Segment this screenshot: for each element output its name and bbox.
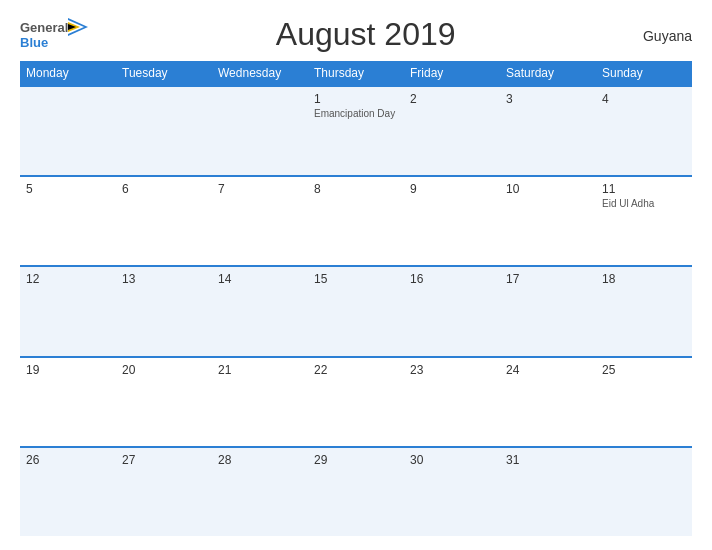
logo: General Blue (20, 18, 88, 49)
cell-w5-tue: 27 (116, 448, 212, 536)
cell-w4-tue: 20 (116, 358, 212, 446)
cell-w1-mon (20, 87, 116, 175)
cell-w1-thu: 1 Emancipation Day (308, 87, 404, 175)
cell-w5-sun (596, 448, 692, 536)
cell-w3-sat: 17 (500, 267, 596, 355)
cell-w3-thu: 15 (308, 267, 404, 355)
cell-w2-mon: 5 (20, 177, 116, 265)
cell-w3-mon: 12 (20, 267, 116, 355)
cell-w5-wed: 28 (212, 448, 308, 536)
calendar-week-2: 5 6 7 8 9 10 11 Eid Ul (20, 175, 692, 265)
logo-blue-text: Blue (20, 36, 48, 49)
cell-w2-fri: 9 (404, 177, 500, 265)
header-tuesday: Tuesday (116, 61, 212, 85)
calendar-week-3: 12 13 14 15 16 17 18 (20, 265, 692, 355)
calendar-header: Monday Tuesday Wednesday Thursday Friday… (20, 61, 692, 85)
calendar-week-4: 19 20 21 22 23 24 25 (20, 356, 692, 446)
header-friday: Friday (404, 61, 500, 85)
cell-w2-wed: 7 (212, 177, 308, 265)
cell-w4-mon: 19 (20, 358, 116, 446)
cell-w5-sat: 31 (500, 448, 596, 536)
cell-w1-wed (212, 87, 308, 175)
cell-w3-fri: 16 (404, 267, 500, 355)
cell-w3-tue: 13 (116, 267, 212, 355)
calendar: Monday Tuesday Wednesday Thursday Friday… (20, 61, 692, 536)
calendar-body: 1 Emancipation Day 2 3 4 5 6 (20, 85, 692, 536)
logo-flag-icon (68, 18, 88, 36)
cell-w3-wed: 14 (212, 267, 308, 355)
cell-w2-sat: 10 (500, 177, 596, 265)
cell-w4-fri: 23 (404, 358, 500, 446)
cell-w3-sun: 18 (596, 267, 692, 355)
cell-w4-sat: 24 (500, 358, 596, 446)
header-thursday: Thursday (308, 61, 404, 85)
country-label: Guyana (643, 28, 692, 44)
cell-w2-tue: 6 (116, 177, 212, 265)
cell-w5-thu: 29 (308, 448, 404, 536)
cell-w5-fri: 30 (404, 448, 500, 536)
header-saturday: Saturday (500, 61, 596, 85)
header: General Blue August 2019 Guyana (20, 18, 692, 53)
header-monday: Monday (20, 61, 116, 85)
cell-w1-fri: 2 (404, 87, 500, 175)
header-wednesday: Wednesday (212, 61, 308, 85)
cell-w4-wed: 21 (212, 358, 308, 446)
calendar-week-5: 26 27 28 29 30 31 (20, 446, 692, 536)
cell-w2-sun: 11 Eid Ul Adha (596, 177, 692, 265)
cell-w1-sat: 3 (500, 87, 596, 175)
cell-w4-sun: 25 (596, 358, 692, 446)
calendar-week-1: 1 Emancipation Day 2 3 4 (20, 85, 692, 175)
cell-w4-thu: 22 (308, 358, 404, 446)
page: General Blue August 2019 Guyana Monday T… (0, 0, 712, 550)
cell-w2-thu: 8 (308, 177, 404, 265)
cell-w1-tue (116, 87, 212, 175)
cell-w1-sun: 4 (596, 87, 692, 175)
cell-w5-mon: 26 (20, 448, 116, 536)
calendar-title: August 2019 (88, 16, 643, 53)
logo-general-text: General (20, 21, 68, 34)
header-sunday: Sunday (596, 61, 692, 85)
